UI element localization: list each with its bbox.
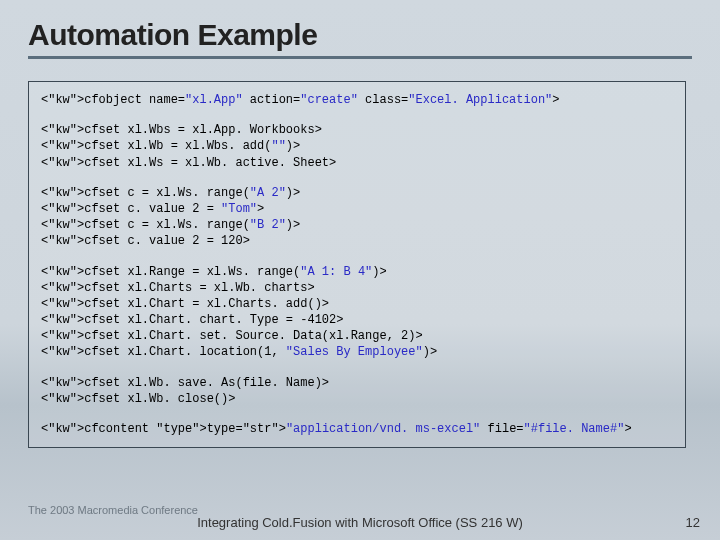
code-line: <"kw">cfset xl.Charts = xl.Wb. charts> xyxy=(41,281,315,295)
code-line: <"kw">cfset c. value 2 = 120> xyxy=(41,234,250,248)
code-line: <"kw">cfset xl.Chart = xl.Charts. add()> xyxy=(41,297,329,311)
code-line: <"kw">cfset c = xl.Ws. range("A 2")> xyxy=(41,186,300,200)
code-example-box: <"kw">cfobject name="xl.App" action="cre… xyxy=(28,81,686,448)
code-line: <"kw">cfset xl.Wb = xl.Wbs. add("")> xyxy=(41,139,300,153)
slide-footer: Integrating Cold.Fusion with Microsoft O… xyxy=(0,515,720,530)
code-line: <"kw">cfobject name="xl.App" action="cre… xyxy=(41,93,560,107)
code-line: <"kw">cfset xl.Wb. close()> xyxy=(41,392,235,406)
page-title: Automation Example xyxy=(28,18,692,52)
code-block: <"kw">cfobject name="xl.App" action="cre… xyxy=(41,92,673,437)
code-line: <"kw">cfset xl.Ws = xl.Wb. active. Sheet… xyxy=(41,156,336,170)
page-number: 12 xyxy=(686,515,700,530)
code-line: <"kw">cfset c = xl.Ws. range("B 2")> xyxy=(41,218,300,232)
code-line: <"kw">cfcontent "type">type="str">"appli… xyxy=(41,422,632,436)
slide: Automation Example <"kw">cfobject name="… xyxy=(0,0,720,540)
code-line: <"kw">cfset c. value 2 = "Tom"> xyxy=(41,202,264,216)
title-rule xyxy=(28,56,692,59)
code-line: <"kw">cfset xl.Range = xl.Ws. range("A 1… xyxy=(41,265,387,279)
code-line: <"kw">cfset xl.Wb. save. As(file. Name)> xyxy=(41,376,329,390)
code-line: <"kw">cfset xl.Chart. chart. Type = -410… xyxy=(41,313,343,327)
code-line: <"kw">cfset xl.Wbs = xl.App. Workbooks> xyxy=(41,123,322,137)
code-line: <"kw">cfset xl.Chart. location(1, "Sales… xyxy=(41,345,437,359)
code-line: <"kw">cfset xl.Chart. set. Source. Data(… xyxy=(41,329,423,343)
